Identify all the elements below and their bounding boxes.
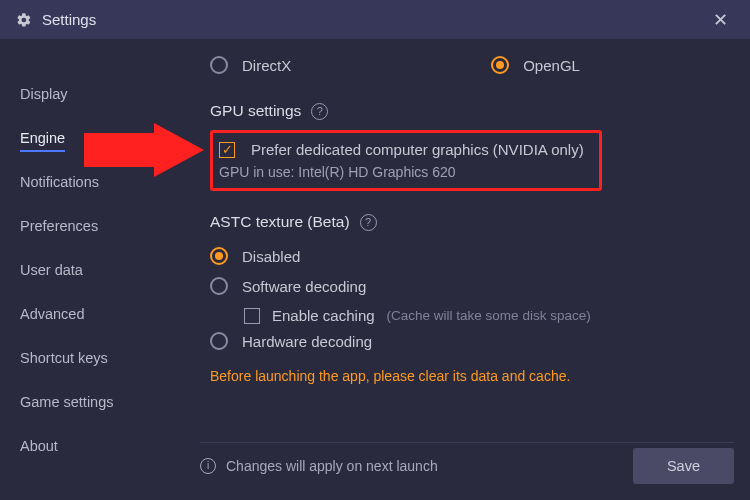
prefer-dedicated-row[interactable]: Prefer dedicated computer graphics (NVID…	[215, 141, 589, 158]
radio-opengl[interactable]: OpenGL	[491, 50, 580, 80]
footer: i Changes will apply on next launch Save	[200, 442, 734, 488]
sidebar-item-preferences[interactable]: Preferences	[20, 208, 98, 246]
window-title: Settings	[42, 11, 706, 28]
radio-astc-software[interactable]: Software decoding	[210, 271, 730, 301]
content-panel: DirectX OpenGL GPU settings ? Prefer ded…	[190, 40, 750, 500]
radio-astc-disabled[interactable]: Disabled	[210, 241, 730, 271]
radio-icon	[210, 332, 228, 350]
section-title: ASTC texture (Beta)	[210, 213, 350, 231]
astc-heading: ASTC texture (Beta) ?	[210, 213, 730, 231]
radio-directx[interactable]: DirectX	[210, 50, 291, 80]
gpu-settings-heading: GPU settings ?	[210, 102, 730, 120]
info-icon: i	[200, 458, 216, 474]
annotation-arrow-icon	[84, 123, 204, 177]
sidebar-item-engine[interactable]: Engine	[20, 120, 65, 152]
radio-icon	[210, 56, 228, 74]
save-button[interactable]: Save	[633, 448, 734, 484]
caching-note: (Cache will take some disk space)	[387, 308, 591, 323]
checkbox-label: Enable caching	[272, 307, 375, 324]
radio-label: Software decoding	[242, 278, 366, 295]
radio-label: DirectX	[242, 57, 291, 74]
svg-marker-0	[84, 123, 204, 177]
sidebar-item-game-settings[interactable]: Game settings	[20, 384, 114, 422]
help-icon[interactable]: ?	[311, 103, 328, 120]
sidebar-item-about[interactable]: About	[20, 428, 58, 466]
close-icon: ✕	[713, 9, 728, 31]
radio-icon	[210, 247, 228, 265]
radio-label: OpenGL	[523, 57, 580, 74]
enable-caching-row[interactable]: Enable caching (Cache will take some dis…	[244, 307, 730, 324]
radio-label: Disabled	[242, 248, 300, 265]
sidebar-item-shortcut-keys[interactable]: Shortcut keys	[20, 340, 108, 378]
sidebar-item-advanced[interactable]: Advanced	[20, 296, 85, 334]
sidebar-item-user-data[interactable]: User data	[20, 252, 83, 290]
sidebar-item-display[interactable]: Display	[20, 76, 68, 114]
checkbox-icon	[244, 308, 260, 324]
astc-warning: Before launching the app, please clear i…	[210, 368, 730, 384]
radio-icon	[491, 56, 509, 74]
sidebar: Display Engine Notifications Preferences…	[0, 40, 190, 500]
checkbox-label: Prefer dedicated computer graphics (NVID…	[251, 141, 584, 158]
gpu-in-use-text: GPU in use: Intel(R) HD Graphics 620	[215, 158, 589, 180]
gear-icon	[16, 12, 32, 28]
radio-label: Hardware decoding	[242, 333, 372, 350]
gpu-highlight-box: Prefer dedicated computer graphics (NVID…	[210, 130, 602, 191]
checkbox-icon	[219, 142, 235, 158]
radio-astc-hardware[interactable]: Hardware decoding	[210, 326, 730, 356]
close-button[interactable]: ✕	[706, 6, 734, 34]
help-icon[interactable]: ?	[360, 214, 377, 231]
section-title: GPU settings	[210, 102, 301, 120]
titlebar: Settings ✕	[0, 0, 750, 40]
footer-notice: Changes will apply on next launch	[226, 458, 438, 474]
radio-icon	[210, 277, 228, 295]
